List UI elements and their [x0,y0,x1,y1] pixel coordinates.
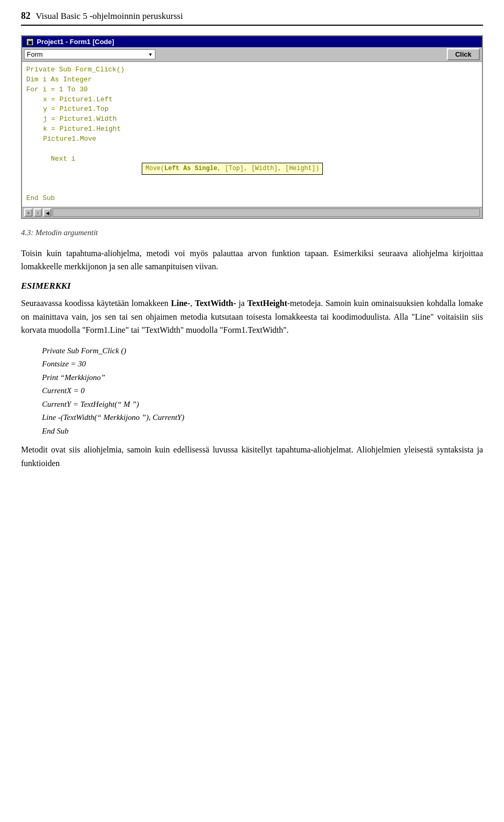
code-body[interactable]: Private Sub Form_Click() Dim i As Intege… [22,62,482,207]
body-paragraph-3: Metodit ovat siis aliohjelmia, samoin ku… [21,443,483,470]
textwidth-emphasis: TextWidth- [195,299,236,308]
code-window-statusbar: ≡ ↑ ◀ [22,207,482,218]
code-line-8: Picture1.Move [26,134,478,144]
autocomplete-popup: Move(Left As Single, [Top], [Width], [He… [142,163,323,175]
popup-suffix: , [Top], [Width], [Height]) [217,165,319,172]
code-sample-line-2: Fontsize = 30 [42,357,483,371]
code-window-toolbar[interactable]: Form ▼ Click [22,47,482,62]
textheight-emphasis: TextHeight [247,299,287,308]
body-paragraph-1: Toisin kuin tapahtuma-aliohjelma, metodi… [21,247,483,273]
code-line-6: j = Picture1.Width [26,114,478,124]
code-window-titlebar: ▣ Project1 - Form1 [Code] [22,36,482,47]
statusbar-btn-2[interactable]: ↑ [34,208,42,217]
popup-bold-arg: Left As Single [164,165,217,172]
click-dropdown[interactable]: Click [447,48,480,60]
book-title: Visual Basic 5 -ohjelmoinnin peruskurssi [36,11,183,22]
code-line-5: y = Picture1.Top [26,104,478,114]
form-dropdown-value: Form [27,50,43,58]
code-line-2: Dim i As Integer [26,75,478,85]
code-window-title: Project1 - Form1 [Code] [37,38,114,46]
next-i-text: Next i [51,155,76,163]
dropdown-arrow-icon: ▼ [148,52,153,57]
statusbar-btn-1[interactable]: ≡ [24,208,33,217]
statusbar-scrollbar[interactable] [52,208,480,217]
code-sample-line-7: End Sub [42,425,483,438]
code-window: ▣ Project1 - Form1 [Code] Form ▼ Click P… [21,35,483,219]
statusbar-btn-3[interactable]: ◀ [43,208,51,217]
click-label: Click [455,50,471,58]
body-paragraph-2: Seuraavassa koodissa käytetään lomakkeen… [21,297,483,337]
esimerkki-heading: ESIMERKKI [21,281,483,291]
code-line-3: For i = 1 To 30 [26,85,478,95]
inline-code-block: Private Sub Form_Click () Fontsize = 30 … [42,344,483,438]
code-line-1: Private Sub Form_Click() [26,65,478,75]
code-sample-line-1: Private Sub Form_Click () [42,344,483,358]
form-dropdown[interactable]: Form ▼ [24,49,155,59]
code-sample-line-3: Print “Merkkijono” [42,371,483,385]
code-sample-line-6: Line -(TextWidth(“ Merkkijono ”), Curren… [42,411,483,425]
page-number: 82 [21,10,30,22]
code-sample-line-5: CurrentY = TextHeight(“ M ”) [42,398,483,412]
code-line-4: x = Picture1.Left [26,95,478,105]
popup-prefix: Move( [145,165,164,172]
titlebar-icon: ▣ [26,38,34,46]
code-line-9: Next i Move(Left As Single, [Top], [Widt… [26,144,478,194]
page-header: 82 Visual Basic 5 -ohjelmoinnin peruskur… [21,10,483,26]
code-line-7: k = Picture1.Height [26,124,478,134]
code-sample-line-4: CurrentX = 0 [42,384,483,398]
line-emphasis: Line- [171,299,190,308]
figure-caption: 4.3: Metodin argumentit [21,228,483,237]
code-line-10: End Sub [26,194,478,204]
